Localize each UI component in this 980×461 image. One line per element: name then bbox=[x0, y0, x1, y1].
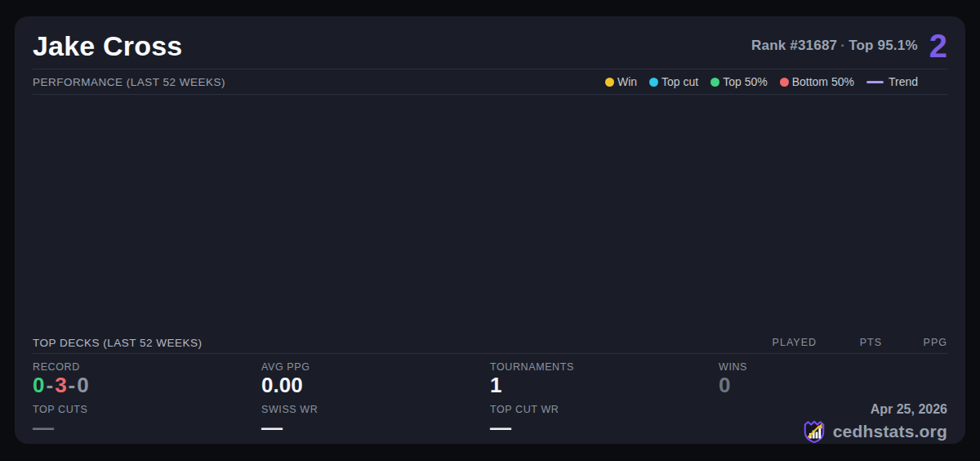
rank-label: Rank #31687 bbox=[751, 38, 837, 53]
stat-top-cut-wr: TOP CUT WR — bbox=[490, 404, 719, 444]
record-wins: 0 bbox=[33, 373, 44, 397]
footer-cell: Apr 25, 2026 cedhstats.org bbox=[719, 404, 947, 444]
stat-swiss-wr: SWISS WR — bbox=[261, 404, 490, 444]
date-label: Apr 25, 2026 bbox=[871, 402, 947, 417]
top-percent-label: Top 95.1% bbox=[849, 38, 918, 53]
brand-link[interactable]: cedhstats.org bbox=[802, 419, 947, 444]
legend-item-win: Win bbox=[605, 75, 637, 88]
tournaments-value: 1 bbox=[490, 374, 719, 398]
tournaments-label: TOURNAMENTS bbox=[490, 361, 719, 373]
win-dot-icon bbox=[605, 78, 614, 87]
legend-item-top-cut: Top cut bbox=[649, 75, 698, 88]
legend-label-top50: Top 50% bbox=[723, 75, 767, 88]
top-decks-header: TOP DECKS (LAST 52 WEEKS) PLAYED PTS PPG bbox=[33, 332, 947, 354]
top-decks-title: TOP DECKS (LAST 52 WEEKS) bbox=[33, 337, 203, 349]
top-decks-columns: PLAYED PTS PPG bbox=[751, 337, 947, 348]
score-number: 2 bbox=[929, 29, 947, 62]
swiss-wr-value: — bbox=[261, 416, 490, 441]
record-sep: - bbox=[46, 373, 53, 397]
record-sep: - bbox=[69, 373, 76, 397]
stats-grid: RECORD 0-3-0 AVG PPG 0.00 TOURNAMENTS 1 … bbox=[33, 354, 947, 444]
record-value: 0-3-0 bbox=[33, 374, 261, 398]
record-draws: 0 bbox=[77, 373, 88, 397]
column-header-ppg: PPG bbox=[882, 337, 947, 348]
swiss-wr-label: SWISS WR bbox=[261, 404, 490, 415]
legend-label-trend: Trend bbox=[889, 75, 918, 88]
rank-text: Rank #31687·Top 95.1% bbox=[751, 38, 918, 54]
stat-wins: WINS 0 bbox=[719, 361, 947, 399]
stat-tournaments: TOURNAMENTS 1 bbox=[490, 361, 719, 399]
legend-item-bottom50: Bottom 50% bbox=[780, 75, 854, 88]
top-cut-dot-icon bbox=[649, 78, 658, 87]
player-stats-card: Jake Cross Rank #31687·Top 95.1% 2 PERFO… bbox=[15, 16, 965, 444]
wins-label: WINS bbox=[719, 361, 947, 373]
column-header-played: PLAYED bbox=[751, 337, 817, 348]
stat-top-cuts: TOP CUTS — bbox=[33, 404, 261, 444]
performance-header: PERFORMANCE (LAST 52 WEEKS) Win Top cut … bbox=[33, 69, 947, 95]
performance-title: PERFORMANCE (LAST 52 WEEKS) bbox=[33, 76, 225, 88]
avg-ppg-value: 0.00 bbox=[261, 374, 490, 398]
cedhstats-logo-icon bbox=[802, 419, 826, 444]
wins-value: 0 bbox=[719, 374, 947, 398]
column-header-pts: PTS bbox=[817, 337, 882, 348]
top50-dot-icon bbox=[710, 78, 719, 87]
record-losses: 3 bbox=[55, 373, 66, 397]
top-cuts-value: — bbox=[33, 416, 261, 441]
bottom50-dot-icon bbox=[780, 78, 789, 87]
record-label: RECORD bbox=[33, 361, 261, 373]
stat-record: RECORD 0-3-0 bbox=[33, 361, 261, 399]
top-cut-wr-value: — bbox=[490, 416, 719, 441]
avg-ppg-label: AVG PPG bbox=[261, 361, 490, 373]
legend-label-win: Win bbox=[617, 75, 637, 88]
player-name: Jake Cross bbox=[33, 30, 182, 62]
chart-legend: Win Top cut Top 50% Bottom 50% Trend bbox=[605, 75, 918, 88]
trend-line-icon bbox=[866, 81, 884, 83]
legend-label-top-cut: Top cut bbox=[662, 75, 698, 88]
brand-text: cedhstats.org bbox=[833, 422, 947, 441]
card-header: Jake Cross Rank #31687·Top 95.1% 2 bbox=[33, 16, 947, 69]
legend-item-top50: Top 50% bbox=[710, 75, 767, 88]
stat-avg-ppg: AVG PPG 0.00 bbox=[261, 361, 490, 399]
legend-label-bottom50: Bottom 50% bbox=[792, 75, 854, 88]
top-cut-wr-label: TOP CUT WR bbox=[490, 404, 719, 415]
rank-group: Rank #31687·Top 95.1% 2 bbox=[751, 29, 947, 62]
top-cuts-label: TOP CUTS bbox=[33, 404, 261, 415]
performance-chart bbox=[33, 95, 947, 332]
rank-separator: · bbox=[837, 38, 849, 53]
legend-item-trend: Trend bbox=[866, 75, 918, 88]
